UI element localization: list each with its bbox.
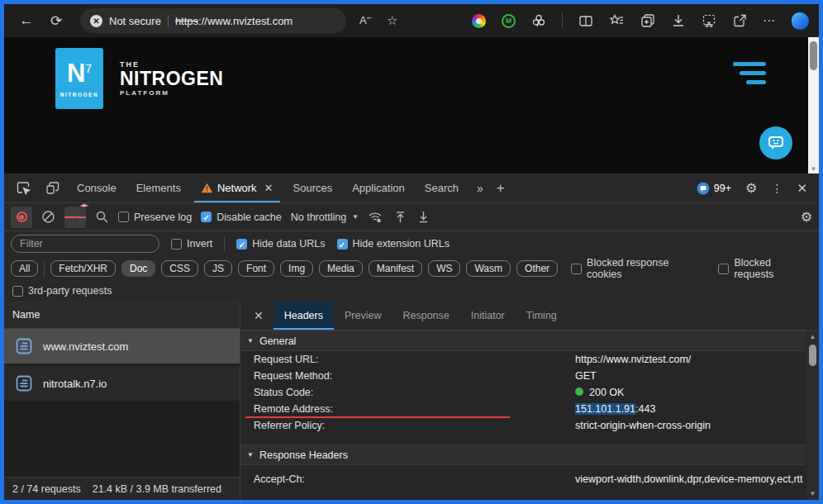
tab-headers[interactable]: Headers <box>274 301 334 330</box>
disable-cache-checkbox[interactable]: Disable cache <box>201 212 282 223</box>
extension-clover-icon[interactable] <box>531 13 546 28</box>
chip-js[interactable]: JS <box>204 260 232 277</box>
filter-input[interactable] <box>11 235 159 253</box>
preserve-log-checkbox[interactable]: Preserve log <box>118 212 192 223</box>
chip-manifest[interactable]: Manifest <box>369 260 422 277</box>
tab-search[interactable]: Search <box>415 174 469 202</box>
favorite-star-icon[interactable]: ☆ <box>387 13 397 28</box>
record-button[interactable] <box>11 207 32 228</box>
downloads-icon[interactable] <box>671 13 686 28</box>
back-icon[interactable]: ← <box>14 12 39 29</box>
read-aloud-icon[interactable]: A⤝ <box>359 14 372 26</box>
checkbox-checked[interactable] <box>236 239 247 250</box>
network-settings-icon[interactable]: ⚙ <box>801 209 812 225</box>
brand-platform: PLATFORM <box>120 89 223 97</box>
request-detail-pane: ✕ Headers Preview Response Initiator Tim… <box>240 301 819 500</box>
hide-extension-urls-checkbox[interactable]: Hide extension URLs <box>337 238 450 250</box>
checkbox-unchecked[interactable] <box>118 212 129 222</box>
address-bar[interactable]: ✕ Not secure https://www.nviztest.com <box>80 8 346 33</box>
scrollbar-up-icon[interactable]: ▲ <box>806 333 819 340</box>
checkbox-unchecked[interactable] <box>718 264 729 274</box>
feedback-chat-button[interactable]: 99+ <box>697 182 731 195</box>
chip-fetch-xhr[interactable]: Fetch/XHR <box>50 260 116 277</box>
scrollbar-down-icon[interactable]: ▼ <box>806 490 819 497</box>
invert-checkbox[interactable]: Invert <box>171 238 212 250</box>
checkbox-unchecked[interactable] <box>571 264 582 274</box>
devtools-close-icon[interactable]: ✕ <box>797 181 807 196</box>
blocked-cookies-checkbox[interactable]: Blocked response cookies <box>571 257 705 280</box>
checkbox-checked[interactable] <box>337 239 348 250</box>
web-capture-icon[interactable] <box>702 13 716 28</box>
detail-scrollbar-thumb[interactable] <box>809 345 816 366</box>
collections-icon[interactable] <box>640 13 655 28</box>
hide-data-urls-checkbox[interactable]: Hide data URLs <box>236 238 325 250</box>
chip-img[interactable]: Img <box>280 260 313 277</box>
devtools-menu-icon[interactable]: ⋮ <box>771 182 783 195</box>
filter-icon[interactable]: ✕ <box>64 207 86 228</box>
chip-other[interactable]: Other <box>516 260 558 277</box>
tab-initiator[interactable]: Initiator <box>460 301 516 330</box>
third-party-checkbox[interactable]: 3rd-party requests <box>12 285 112 297</box>
copilot-icon[interactable] <box>792 12 809 30</box>
security-badge[interactable]: Not secure <box>109 15 161 27</box>
nitrogen-logo[interactable]: N7 NITROGEN <box>55 48 103 109</box>
chip-ws[interactable]: WS <box>428 260 460 277</box>
chip-all[interactable]: All <box>11 260 38 277</box>
name-column-header[interactable]: Name <box>4 301 240 329</box>
tab-elements[interactable]: Elements <box>126 174 191 202</box>
split-screen-icon[interactable] <box>578 13 593 28</box>
network-conditions-icon[interactable] <box>368 210 384 224</box>
chip-wasm[interactable]: Wasm <box>466 260 511 277</box>
chat-widget-button[interactable] <box>759 126 792 159</box>
url-text[interactable]: https://www.nviztest.com <box>175 15 293 27</box>
chip-font[interactable]: Font <box>238 260 274 277</box>
header-label: Request Method: <box>254 370 575 382</box>
detail-close-icon[interactable]: ✕ <box>244 301 274 330</box>
tab-application[interactable]: Application <box>342 174 415 202</box>
chip-media[interactable]: Media <box>319 260 363 277</box>
site-menu-icon[interactable] <box>733 62 766 89</box>
more-menu-icon[interactable]: ⋯ <box>763 13 776 28</box>
response-headers-section-header[interactable]: ▼ Response Headers <box>240 445 806 465</box>
tab-network[interactable]: Network ✕ <box>191 174 283 202</box>
not-secure-icon[interactable]: ✕ <box>90 15 102 27</box>
blocked-requests-checkbox[interactable]: Blocked requests <box>718 257 812 280</box>
add-tab-icon[interactable]: + <box>490 174 511 202</box>
refresh-icon[interactable]: ⟳ <box>44 12 69 30</box>
header-value: GET <box>575 370 597 382</box>
throttling-dropdown[interactable]: No throttling ▼ <box>291 212 359 223</box>
request-row[interactable]: nitrotalk.n7.io <box>4 366 240 401</box>
detail-scrollbar[interactable]: ▲ ▼ <box>806 330 819 500</box>
header-label: Remote Address: <box>254 403 575 415</box>
devtools-settings-icon[interactable]: ⚙ <box>745 180 757 196</box>
network-search-icon[interactable] <box>95 210 109 224</box>
favorites-list-icon[interactable] <box>609 13 625 28</box>
more-tabs-icon[interactable]: » <box>469 174 490 202</box>
tab-response[interactable]: Response <box>392 301 459 330</box>
page-scrollbar-down-icon[interactable]: ▼ <box>808 165 819 173</box>
tab-timing[interactable]: Timing <box>516 301 568 330</box>
import-har-icon[interactable] <box>393 210 407 224</box>
tab-preview[interactable]: Preview <box>334 301 392 330</box>
request-row-selected[interactable]: www.nviztest.com <box>4 329 240 364</box>
profile-avatar-icon[interactable] <box>472 14 486 28</box>
brand-name: NITROGEN <box>120 69 223 89</box>
export-har-icon[interactable] <box>416 210 431 224</box>
page-scrollbar-thumb[interactable] <box>810 41 817 70</box>
chip-doc[interactable]: Doc <box>121 260 155 277</box>
detail-tabbar: ✕ Headers Preview Response Initiator Tim… <box>240 301 819 330</box>
chip-css[interactable]: CSS <box>161 260 198 277</box>
tab-network-close-icon[interactable]: ✕ <box>264 182 274 194</box>
page-scrollbar[interactable]: ▼ <box>808 37 819 174</box>
tab-sources[interactable]: Sources <box>283 174 343 202</box>
checkbox-unchecked[interactable] <box>12 286 23 297</box>
tab-console[interactable]: Console <box>67 174 126 202</box>
share-icon[interactable] <box>732 13 747 28</box>
general-section-header[interactable]: ▼ General <box>240 330 806 351</box>
device-toolbar-icon[interactable] <box>38 174 67 202</box>
extension-m-icon[interactable]: M <box>502 14 516 28</box>
checkbox-checked[interactable] <box>201 212 212 222</box>
checkbox-unchecked[interactable] <box>171 239 182 250</box>
inspect-element-icon[interactable] <box>9 174 38 202</box>
clear-icon[interactable] <box>41 210 55 224</box>
